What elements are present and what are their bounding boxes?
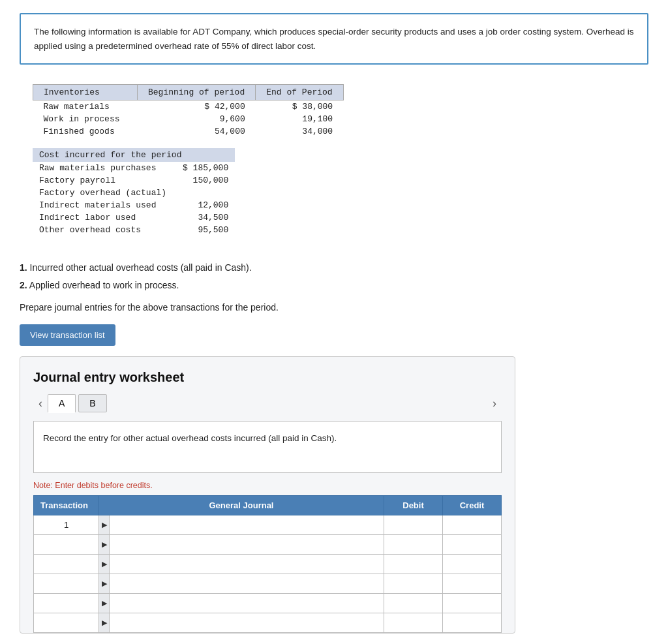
inventory-row: Finished goods 54,000 34,000 [33, 125, 344, 138]
cost-row: Raw materials purchases $ 185,000 [33, 162, 235, 174]
q1-bold: 1. [20, 262, 27, 273]
journal-general-cell[interactable] [110, 515, 384, 534]
journal-credit-cell[interactable] [443, 515, 502, 534]
inventory-col1-header: Inventories [33, 85, 138, 100]
cost-value: 34,500 [176, 211, 235, 224]
data-tables-wrapper: Inventories Beginning of period End of P… [20, 78, 648, 247]
inventory-table: Inventories Beginning of period End of P… [33, 84, 344, 138]
journal-arrow-cell: ▶ [99, 613, 110, 632]
journal-debit-cell[interactable] [384, 574, 443, 593]
inventory-row: Raw materials $ 42,000 $ 38,000 [33, 100, 344, 114]
journal-arrow-cell: ▶ [99, 515, 110, 534]
journal-general-input[interactable] [110, 613, 384, 632]
inventory-label: Work in process [33, 113, 138, 125]
journal-general-input[interactable] [110, 574, 384, 593]
cost-row: Factory payroll 150,000 [33, 174, 235, 187]
journal-credit-input[interactable] [443, 594, 501, 613]
journal-arrow-cell: ▶ [99, 593, 110, 613]
tab-prev-button[interactable]: ‹ [33, 394, 48, 413]
intro-section: The following information is available f… [20, 13, 648, 65]
journal-general-cell[interactable] [110, 613, 384, 632]
cost-label: Indirect materials used [33, 199, 176, 211]
journal-general-cell[interactable] [110, 593, 384, 613]
question-1: 1. Incurred other actual overhead costs … [20, 260, 648, 276]
journal-credit-cell[interactable] [443, 534, 502, 554]
inventory-end: 34,000 [256, 125, 343, 138]
cost-label: Raw materials purchases [33, 162, 176, 174]
journal-header-transaction: Transaction [34, 495, 99, 515]
cost-row: Indirect materials used 12,000 [33, 199, 235, 211]
journal-transaction-cell: 1 [34, 515, 99, 534]
journal-debit-cell[interactable] [384, 593, 443, 613]
journal-debit-input[interactable] [384, 515, 442, 534]
inventory-row: Work in process 9,600 19,100 [33, 113, 344, 125]
journal-transaction-cell [34, 574, 99, 593]
cost-table: Cost incurred for the period Raw materia… [33, 148, 235, 236]
journal-table: Transaction General Journal Debit Credit… [33, 495, 502, 633]
tab-b-button[interactable]: B [78, 394, 106, 412]
cost-row: Other overhead costs 95,500 [33, 224, 235, 236]
journal-debit-input[interactable] [384, 555, 442, 574]
q1-text: Incurred other actual overhead costs (al… [30, 262, 252, 273]
journal-credit-cell[interactable] [443, 593, 502, 613]
journal-debit-cell[interactable] [384, 613, 443, 632]
journal-transaction-cell [34, 613, 99, 632]
prepare-text: Prepare journal entries for the above tr… [20, 302, 648, 313]
journal-credit-input[interactable] [443, 574, 501, 593]
q2-text: Applied overhead to work in process. [29, 280, 179, 290]
journal-general-cell[interactable] [110, 574, 384, 593]
cost-label: Factory payroll [33, 174, 176, 187]
view-transaction-list-button[interactable]: View transaction list [20, 324, 115, 346]
cost-section-header: Cost incurred for the period [33, 148, 235, 162]
journal-general-input[interactable] [110, 594, 384, 613]
journal-arrow-cell: ▶ [99, 574, 110, 593]
journal-row: ▶ [34, 554, 502, 574]
journal-transaction-cell [34, 534, 99, 554]
journal-credit-input[interactable] [443, 515, 501, 534]
inventory-col3-header: End of Period [256, 85, 343, 100]
journal-row: ▶ [34, 574, 502, 593]
question-2: 2. Applied overhead to work in process. [20, 277, 648, 294]
journal-general-input[interactable] [110, 515, 384, 534]
worksheet-title: Journal entry worksheet [33, 370, 502, 385]
journal-transaction-cell [34, 554, 99, 574]
cost-row: Factory overhead (actual) [33, 187, 235, 199]
journal-row: ▶ [34, 613, 502, 632]
journal-debit-input[interactable] [384, 574, 442, 593]
journal-arrow-cell: ▶ [99, 554, 110, 574]
journal-credit-input[interactable] [443, 555, 501, 574]
note-text: Note: Enter debits before credits. [33, 481, 502, 490]
journal-row: ▶ [34, 593, 502, 613]
journal-debit-input[interactable] [384, 535, 442, 554]
cost-section-header-row: Cost incurred for the period [33, 148, 235, 162]
journal-general-cell[interactable] [110, 534, 384, 554]
journal-debit-input[interactable] [384, 613, 442, 632]
journal-debit-input[interactable] [384, 594, 442, 613]
cost-label: Other overhead costs [33, 224, 176, 236]
cost-label: Factory overhead (actual) [33, 187, 176, 199]
journal-header-credit: Credit [443, 495, 502, 515]
cost-row: Indirect labor used 34,500 [33, 211, 235, 224]
cost-value [176, 187, 235, 199]
journal-general-cell[interactable] [110, 554, 384, 574]
cost-label: Indirect labor used [33, 211, 176, 224]
journal-general-input[interactable] [110, 555, 384, 574]
tab-a-button[interactable]: A [48, 394, 76, 413]
journal-debit-cell[interactable] [384, 534, 443, 554]
inventory-col2-header: Beginning of period [138, 85, 256, 100]
journal-row: 1 ▶ [34, 515, 502, 534]
journal-debit-cell[interactable] [384, 515, 443, 534]
journal-credit-input[interactable] [443, 613, 501, 632]
journal-credit-cell[interactable] [443, 554, 502, 574]
journal-credit-input[interactable] [443, 535, 501, 554]
tab-next-button[interactable]: › [487, 394, 502, 413]
inventory-begin: 54,000 [138, 125, 256, 138]
inventory-end: $ 38,000 [256, 100, 343, 114]
journal-credit-cell[interactable] [443, 613, 502, 632]
journal-credit-cell[interactable] [443, 574, 502, 593]
journal-debit-cell[interactable] [384, 554, 443, 574]
journal-general-input[interactable] [110, 535, 384, 554]
tab-navigation: ‹ A B › [33, 394, 502, 413]
journal-header-debit: Debit [384, 495, 443, 515]
instruction-text: Record the entry for other actual overhe… [43, 433, 337, 443]
